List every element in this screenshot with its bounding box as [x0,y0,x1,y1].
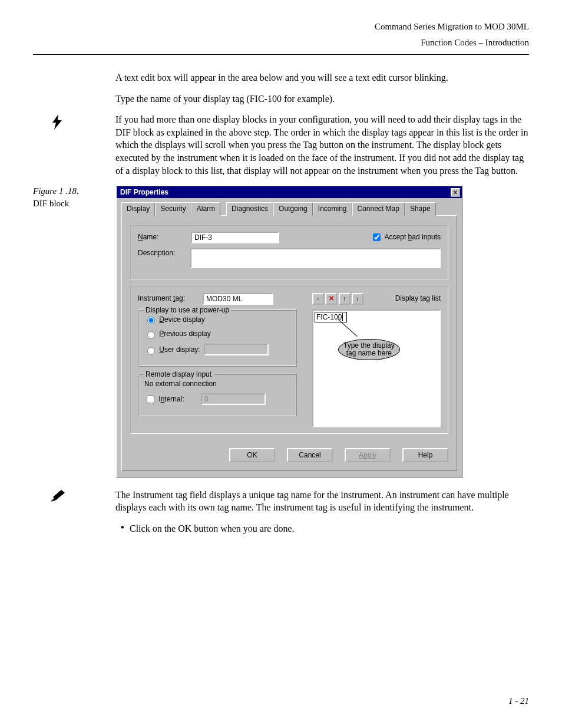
paragraph-1: A text edit box will appear in the area … [115,71,529,84]
ok-button[interactable]: OK [229,448,275,462]
tab-shape[interactable]: Shape [405,202,436,215]
list-up-icon[interactable]: ↑ [339,293,351,305]
paragraph-2: Type the name of your display tag (FIC-1… [115,93,529,106]
tab-strip: Display Security Alarm Diagnostics Outgo… [121,202,457,215]
annotation-leader [338,319,357,337]
radio-device-display[interactable]: Device display [144,315,205,325]
group-remote-title: Remote display input [143,370,214,379]
name-field[interactable] [191,232,279,243]
dialog-title: DIF Properties [120,187,168,197]
dialog-titlebar: DIF Properties × [117,186,462,198]
page-number: 1 - 21 [33,696,529,706]
bullet-icon: • [115,522,130,533]
instrument-tag-field[interactable] [203,293,273,305]
tab-outgoing[interactable]: Outgoing [273,202,313,215]
tab-display[interactable]: Display [121,202,155,215]
svg-marker-0 [52,114,62,130]
radio-device-display-input[interactable] [147,317,155,324]
internal-checkbox[interactable] [147,396,154,403]
help-button[interactable]: Help [402,448,448,462]
apply-button[interactable]: Apply [345,448,391,462]
list-down-icon[interactable]: ↓ [352,293,363,305]
tab-page-display: Name: Accept bad inputs Description: [121,215,457,471]
bullet-1: Click on the OK button when you are done… [130,522,295,535]
display-tag-listbox[interactable]: FIC-100 Type the display tag name here [312,309,441,427]
panel-instrument: Instrument tag: Display to use at power-… [130,286,448,434]
header-rule [33,54,529,55]
description-field[interactable] [190,248,441,268]
dif-properties-dialog: DIF Properties × Display Security Alarm … [115,185,463,477]
figure-caption: DIF block [33,199,115,209]
group-powerup: Display to use at power-up Device displa… [138,309,297,367]
paragraph-3: If you had more than one display blocks … [115,113,529,177]
panel-name-description: Name: Accept bad inputs Description: [130,225,448,279]
svg-marker-1 [51,490,65,502]
list-delete-icon[interactable]: ✕ [325,293,337,305]
internal-field[interactable] [201,393,266,405]
tab-connect-map[interactable]: Connect Map [352,202,405,215]
accept-bad-inputs-checkbox[interactable] [373,233,381,241]
radio-user-display-input[interactable] [147,347,155,355]
radio-previous-display-input[interactable] [147,331,155,339]
radio-previous-display[interactable]: Previous display [144,329,211,339]
tab-incoming[interactable]: Incoming [313,202,352,215]
radio-user-display[interactable]: User display: [144,345,200,355]
list-new-icon[interactable]: ▫ [312,293,324,305]
lightning-icon [33,115,64,133]
close-icon[interactable]: × [451,188,460,197]
tab-security[interactable]: Security [155,202,191,215]
cancel-button[interactable]: Cancel [287,448,333,462]
accept-bad-inputs[interactable]: Accept bad inputs [371,232,441,243]
group-powerup-title: Display to use at power-up [143,305,232,315]
internal-checkbox-label[interactable]: Internal: [144,394,184,405]
tab-alarm[interactable]: Alarm [191,202,220,215]
annotation-bubble: Type the display tag name here [338,339,400,360]
list-toolbar: ▫ ✕ ↑ ↓ [312,293,363,305]
label-name: Name: [138,232,191,242]
paragraph-4: The Instrument tag field displays a uniq… [115,489,529,514]
header-line-2: Function Codes – Introduction [33,35,529,51]
figure-label: Figure 1 .18. [33,186,115,196]
pencil-icon [33,489,65,506]
group-remote: Remote display input No external connect… [138,374,297,416]
list-item-editing[interactable]: FIC-100 [315,312,347,322]
label-description: Description: [138,248,190,258]
header-line-1: Command Series Migration to MOD 30ML [33,19,529,35]
dialog-button-bar: OK Cancel Apply Help [130,441,448,462]
label-display-tag-list: Display tag list [395,294,441,303]
label-instrument-tag: Instrument tag: [138,294,203,303]
label-no-external: No external connection [144,379,290,388]
user-display-field[interactable] [204,344,269,355]
tab-diagnostics[interactable]: Diagnostics [226,202,273,215]
